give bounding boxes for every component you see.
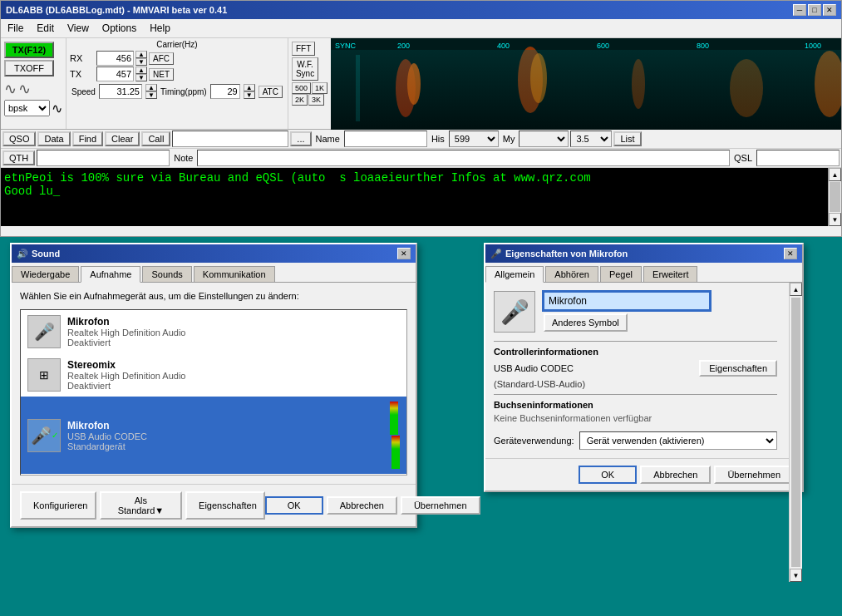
buchsen-title: Buchseninformationen <box>494 400 777 410</box>
tx-down-button[interactable]: ▼ <box>135 74 147 81</box>
speed-input[interactable] <box>99 84 142 99</box>
tab-sounds[interactable]: Sounds <box>142 266 191 282</box>
sound-dialog-title-text: 🔊 Sound <box>17 249 60 259</box>
device-item-3[interactable]: 🎤✓ Mikrofon USB Audio CODEC Standardgerä… <box>21 397 406 474</box>
menu-file[interactable]: File <box>1 21 30 36</box>
mik-scroll-down[interactable]: ▼ <box>790 569 802 582</box>
mik-apply-button[interactable]: Übernehmen <box>714 466 794 484</box>
sound-apply-button[interactable]: Übernehmen <box>401 496 480 515</box>
note-input[interactable] <box>197 150 730 166</box>
device-item-1[interactable]: 🎤 Mikrofon Realtek High Definition Audio… <box>21 310 406 353</box>
qth-button[interactable]: QTH <box>2 150 35 165</box>
window-controls: ─ □ ✕ <box>793 4 836 16</box>
freq-3k-button[interactable]: 3K <box>308 94 324 106</box>
sound-dialog-close[interactable]: ✕ <box>397 248 411 259</box>
device-name-3: Mikrofon <box>67 420 383 431</box>
menu-options[interactable]: Options <box>96 21 143 36</box>
freq-2k-button[interactable]: 2K <box>292 94 308 106</box>
eigenschaften-button[interactable]: Eigenschaften <box>699 360 777 377</box>
device-item-2[interactable]: ⊞ Stereomix Realtek High Definition Audi… <box>21 353 406 397</box>
timing-down-button[interactable]: ▼ <box>244 91 255 99</box>
list-button[interactable]: List <box>613 131 641 146</box>
speed-up-button[interactable]: ▲ <box>145 84 157 91</box>
mik-scroll-up[interactable]: ▲ <box>790 283 802 296</box>
device-sub1-1: Realtek High Definition Audio <box>67 328 400 338</box>
atc-button[interactable]: ATC <box>259 86 283 98</box>
txoff-button[interactable]: TXOFF <box>4 60 54 76</box>
fft-button[interactable]: FFT <box>292 42 315 56</box>
timing-up-button[interactable]: ▲ <box>244 84 255 91</box>
sound-ok-button[interactable]: OK <box>265 496 323 515</box>
scroll-thumb[interactable] <box>830 182 840 212</box>
call-button[interactable]: Call <box>141 131 170 146</box>
scroll-up-button[interactable]: ▲ <box>829 168 841 181</box>
text-scrollbar[interactable]: ▲ ▼ <box>828 168 841 226</box>
clear-button[interactable]: Clear <box>105 131 140 146</box>
timing-label: Timing(ppm) <box>160 87 207 96</box>
tab-kommunikation[interactable]: Kommunikation <box>194 266 275 282</box>
qsl-input[interactable] <box>756 150 840 166</box>
configure-button[interactable]: Konfigurieren <box>20 491 96 520</box>
wave-icon-2: ∿ <box>18 80 31 98</box>
bar-1 <box>390 402 398 435</box>
mik-ok-button[interactable]: OK <box>579 466 637 484</box>
his-select[interactable]: 599 <box>449 131 499 147</box>
menu-bar: File Edit View Options Help <box>1 19 841 38</box>
freq-1k-button[interactable]: 1K <box>312 82 327 94</box>
mik-scroll-thumb <box>791 298 800 567</box>
symbol-button[interactable]: Anderes Symbol <box>544 313 628 332</box>
dot-button[interactable]: ... <box>290 131 311 146</box>
carrier-label: Carrier(Hz) <box>70 40 284 49</box>
sound-cancel-button[interactable]: Abbrechen <box>327 496 397 515</box>
find-button[interactable]: Find <box>72 131 103 146</box>
wf-sync-button[interactable]: W.F.Sync <box>292 57 318 81</box>
speed-down-button[interactable]: ▼ <box>145 91 157 99</box>
mik-cancel-button[interactable]: Abbrechen <box>640 466 711 484</box>
net-button[interactable]: NET <box>149 68 174 81</box>
minimize-button[interactable]: ─ <box>793 4 806 16</box>
timing-input[interactable] <box>210 84 240 99</box>
afc-button[interactable]: AFC <box>149 52 174 65</box>
as-default-button[interactable]: Als Standard▼ <box>100 491 182 520</box>
device-info-2: Stereomix Realtek High Definition Audio … <box>67 359 400 391</box>
call-input[interactable] <box>172 131 288 147</box>
tab-erweitert[interactable]: Erweitert <box>643 266 697 282</box>
close-button[interactable]: ✕ <box>823 4 836 16</box>
tx-f12-button[interactable]: TX(F12) <box>4 42 54 58</box>
sound-description: Wählen Sie ein Aufnahmegerät aus, um die… <box>20 291 407 301</box>
my-select[interactable] <box>519 131 569 147</box>
sound-dialog: 🔊 Sound ✕ Wiedergabe Aufnahme Sounds Kom… <box>10 243 417 528</box>
freq-500-button[interactable]: 500 <box>292 82 311 94</box>
rx-down-button[interactable]: ▼ <box>135 58 147 66</box>
mik-title-icon: 🎤 <box>490 249 502 259</box>
gerat-select[interactable]: Gerät verwenden (aktivieren) <box>579 431 777 450</box>
qth-input[interactable] <box>37 150 170 166</box>
menu-view[interactable]: View <box>61 21 96 36</box>
mik-dialog-close[interactable]: ✕ <box>784 248 797 259</box>
menu-help[interactable]: Help <box>143 21 177 36</box>
tab-aufnahme[interactable]: Aufnahme <box>81 266 140 283</box>
rx-input[interactable] <box>96 51 134 66</box>
maximize-button[interactable]: □ <box>808 4 821 16</box>
menu-edit[interactable]: Edit <box>30 21 61 36</box>
modulation-select[interactable]: bpsk <box>4 100 50 116</box>
mik-name-input[interactable] <box>544 292 710 310</box>
tab-pegel[interactable]: Pegel <box>600 266 642 282</box>
wave-icon-3: ∿ <box>52 101 62 116</box>
properties-button[interactable]: Eigenschaften <box>185 491 265 520</box>
waterfall-display[interactable]: SYNC 200 400 600 800 1000 <box>331 38 841 130</box>
my-select2[interactable]: 3.5 <box>570 131 612 147</box>
name-input[interactable] <box>344 131 427 147</box>
tx-up-button[interactable]: ▲ <box>135 67 147 74</box>
mik-scrollbar[interactable]: ▲ ▼ <box>789 283 802 582</box>
tx-input[interactable] <box>96 67 134 81</box>
device-sub2-2: Deaktiviert <box>67 381 400 391</box>
scroll-down-button[interactable]: ▼ <box>829 213 841 226</box>
rx-up-button[interactable]: ▲ <box>135 51 147 58</box>
tab-allgemein[interactable]: Allgemein <box>485 266 544 283</box>
qso-button[interactable]: QSO <box>2 131 36 146</box>
device-icon-1: 🎤 <box>27 315 61 348</box>
data-button[interactable]: Data <box>37 131 70 146</box>
tab-wiedergabe[interactable]: Wiedergabe <box>12 266 79 282</box>
tab-abhoren[interactable]: Abhören <box>545 266 598 282</box>
